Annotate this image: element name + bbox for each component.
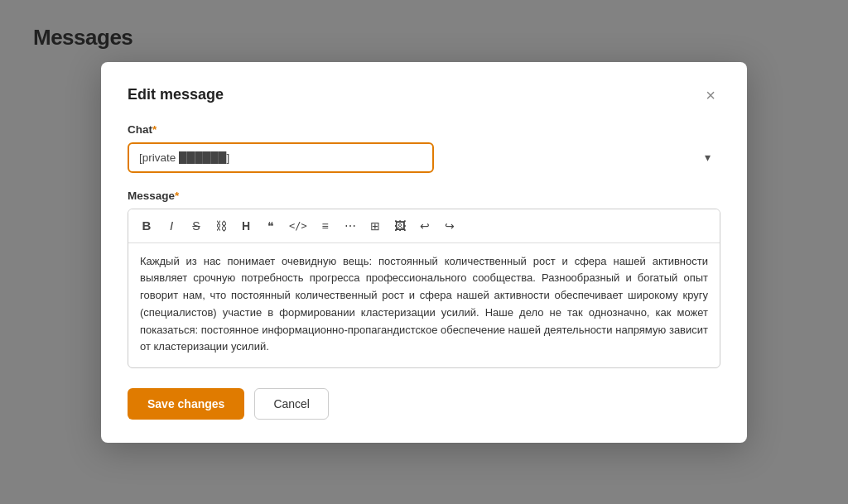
quote-icon: ❝: [267, 219, 274, 233]
chat-required-marker: *: [152, 123, 157, 136]
bold-button[interactable]: B: [135, 214, 158, 238]
quote-button[interactable]: ❝: [259, 214, 282, 238]
chevron-down-icon: ▾: [705, 151, 711, 164]
link-icon: ⛓: [215, 219, 227, 233]
image-button[interactable]: 🖼: [388, 214, 412, 238]
editor-container: B I S ⛓ H ❝ </> ≡: [128, 209, 720, 368]
chat-select-wrapper: [private ██████] ▾: [128, 142, 720, 173]
code-button[interactable]: </>: [284, 214, 312, 238]
ordered-list-button[interactable]: ⋯: [339, 214, 362, 238]
message-required-marker: *: [175, 190, 179, 202]
image-icon: 🖼: [394, 219, 406, 233]
undo-button[interactable]: ↩: [413, 214, 436, 238]
modal-footer: Save changes Cancel: [128, 388, 720, 420]
chat-select[interactable]: [private ██████]: [128, 142, 434, 173]
chat-field: Chat* [private ██████] ▾: [128, 123, 720, 173]
code-icon: </>: [289, 220, 307, 232]
edit-message-modal: Edit message × Chat* [private ██████] ▾ …: [101, 62, 747, 443]
ordered-list-icon: ⋯: [344, 219, 356, 233]
message-label: Message*: [128, 190, 720, 202]
modal-header: Edit message ×: [128, 85, 720, 105]
modal-overlay: Edit message × Chat* [private ██████] ▾ …: [0, 0, 848, 504]
redo-button[interactable]: ↪: [438, 214, 461, 238]
bullet-list-button[interactable]: ≡: [314, 214, 337, 238]
link-button[interactable]: ⛓: [210, 214, 233, 238]
editor-content[interactable]: Каждый из нас понимает очевидную вещь: п…: [128, 243, 720, 367]
table-icon: ⊞: [370, 219, 380, 233]
message-field: Message* B I S ⛓ H ❝: [128, 190, 720, 368]
save-changes-button[interactable]: Save changes: [128, 388, 244, 420]
heading-icon: H: [242, 219, 250, 233]
table-button[interactable]: ⊞: [364, 214, 387, 238]
editor-toolbar: B I S ⛓ H ❝ </> ≡: [128, 209, 720, 243]
italic-button[interactable]: I: [160, 214, 183, 238]
close-button[interactable]: ×: [701, 85, 720, 105]
redo-icon: ↪: [445, 219, 455, 233]
undo-icon: ↩: [420, 219, 430, 233]
modal-title: Edit message: [128, 86, 224, 103]
strikethrough-button[interactable]: S: [185, 214, 208, 238]
heading-button[interactable]: H: [234, 214, 258, 238]
chat-label: Chat*: [128, 123, 720, 136]
cancel-button[interactable]: Cancel: [254, 388, 329, 420]
close-icon: ×: [706, 87, 716, 103]
bullet-list-icon: ≡: [322, 219, 329, 233]
